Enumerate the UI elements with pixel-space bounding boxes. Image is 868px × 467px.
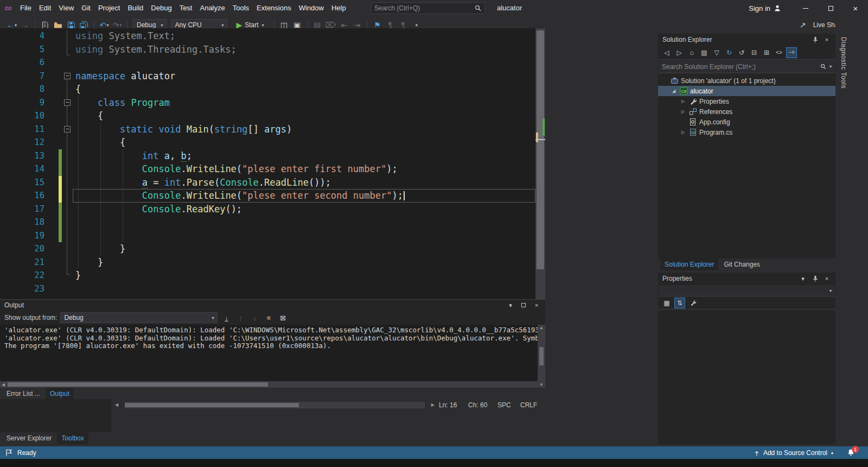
editor-scrollbar[interactable] [535, 28, 545, 299]
code-line-13[interactable]: 13 int a, b; [0, 149, 535, 163]
sync-with-active-document-icon[interactable]: ↻ [724, 47, 735, 58]
code-line-15[interactable]: 15 a = int.Parse(Console.ReadLine()); [0, 176, 535, 190]
categorized-icon[interactable]: ▦ [661, 298, 672, 308]
forward-icon[interactable]: ▷ [674, 47, 685, 58]
preview-selected-items-icon[interactable]: −= [786, 47, 797, 58]
tab-toolbox[interactable]: Toolbox [57, 432, 88, 444]
menu-edit[interactable]: Edit [35, 0, 55, 16]
menu-tools[interactable]: Tools [229, 0, 253, 16]
chevron-down-icon[interactable]: ▾ [829, 64, 832, 69]
menu-test[interactable]: Test [176, 0, 196, 16]
pin-icon[interactable] [810, 274, 819, 283]
output-vertical-scrollbar[interactable]: ▲ ▼ [538, 325, 545, 388]
scrollbar-thumb[interactable] [8, 382, 268, 387]
back-icon[interactable]: ◁ [661, 47, 672, 58]
pin-icon[interactable] [810, 35, 819, 44]
fold-collapse-icon[interactable]: − [62, 123, 73, 136]
menu-analyze[interactable]: Analyze [196, 0, 228, 16]
tab-git-changes[interactable]: Git Changes [719, 258, 764, 270]
home-icon[interactable]: ⌂ [686, 47, 697, 58]
next-message-icon[interactable]: ↓ [249, 313, 260, 323]
output-source-dropdown[interactable]: Debug ▾ [60, 312, 218, 323]
editor-horizontal-scrollbar[interactable] [125, 402, 425, 408]
property-pages-icon[interactable] [687, 298, 698, 308]
solution-explorer-header[interactable]: Solution Explorer × [658, 34, 835, 46]
code-line-9[interactable]: 9− class Program [0, 96, 535, 110]
code-line-14[interactable]: 14 Console.WriteLine("plese enter first … [0, 162, 535, 176]
menu-window[interactable]: Window [295, 0, 328, 16]
quick-search[interactable] [371, 2, 486, 14]
maximize-button[interactable] [818, 0, 843, 16]
tab-output[interactable]: Output [46, 388, 74, 400]
tab-error-list[interactable]: Error List ... [2, 388, 44, 400]
fold-collapse-icon[interactable]: − [62, 70, 73, 83]
switch-views-icon[interactable]: ▤ [699, 47, 710, 58]
menu-help[interactable]: Help [328, 0, 350, 16]
alphabetical-icon[interactable]: ⇅ [674, 298, 685, 308]
code-line-10[interactable]: 10 { [0, 109, 535, 123]
menu-file[interactable]: File [16, 0, 35, 16]
show-all-files-icon[interactable]: ⊞ [761, 47, 772, 58]
float-window-icon[interactable] [519, 301, 528, 310]
go-to-message-icon[interactable]: ↓ [221, 313, 232, 323]
code-line-19[interactable]: 19 [0, 229, 535, 243]
fold-collapse-icon[interactable]: − [62, 96, 73, 110]
tab-server-explorer[interactable]: Server Explorer [2, 432, 56, 444]
sign-in-button[interactable]: Sign in [749, 4, 781, 12]
close-icon[interactable]: × [822, 35, 831, 44]
line-indicator[interactable]: Ln: 16 [439, 401, 464, 409]
minimize-button[interactable] [793, 0, 818, 16]
notifications-button[interactable]: 1 [845, 447, 856, 458]
code-line-22[interactable]: 22} [0, 269, 535, 282]
tree-item-references[interactable]: ▷References [658, 106, 835, 117]
tree-collapsed-arrow-icon[interactable]: ▷ [680, 99, 686, 104]
pending-changes-filter-icon[interactable]: ▽ [711, 47, 722, 58]
close-button[interactable]: × [843, 0, 868, 16]
menu-extensions[interactable]: Extensions [253, 0, 295, 16]
indentation-indicator[interactable]: SPC [497, 401, 516, 409]
menu-project[interactable]: Project [94, 0, 124, 16]
clear-all-icon[interactable]: ⊠ [277, 313, 288, 323]
solution-explorer-search-input[interactable] [662, 63, 818, 71]
tree-collapsed-arrow-icon[interactable]: ▷ [680, 109, 686, 114]
code-line-17[interactable]: 17 Console.ReadKey(); [0, 203, 535, 216]
close-icon[interactable]: × [822, 274, 831, 283]
code-editor[interactable]: 4using System.Text;5using System.Threadi… [0, 28, 545, 299]
tree-item-program-cs[interactable]: ▷C#Program.cs [658, 127, 835, 137]
menu-view[interactable]: View [55, 0, 78, 16]
line-ending-indicator[interactable]: CRLF [520, 401, 541, 409]
view-code-icon[interactable]: <> [774, 47, 784, 58]
code-line-18[interactable]: 18 [0, 216, 535, 229]
word-wrap-icon[interactable]: ≡ [263, 313, 274, 323]
collapse-all-icon[interactable]: ⊟ [749, 47, 760, 58]
properties-object-dropdown[interactable]: ▾ [659, 285, 835, 296]
output-header[interactable]: Output ▾ × [0, 300, 545, 311]
scroll-down-arrow-icon[interactable]: ▼ [539, 382, 544, 387]
menu-debug[interactable]: Debug [147, 0, 175, 16]
menu-build[interactable]: Build [124, 0, 147, 16]
scrollbar-thumb[interactable] [537, 30, 544, 269]
chevron-down-icon[interactable]: ▾ [799, 274, 807, 283]
tree-expanded-arrow-icon[interactable]: ◢ [671, 89, 677, 93]
properties-header[interactable]: Properties ▾ × [658, 273, 835, 285]
refresh-icon[interactable]: ↺ [736, 47, 747, 58]
code-line-23[interactable]: 23 [0, 282, 535, 296]
code-line-20[interactable]: 20 } [0, 242, 535, 256]
tab-diagnostic-tools[interactable]: Diagnostic Tools [840, 37, 847, 89]
add-to-source-control-button[interactable]: Add to Source Control ▴ [754, 449, 833, 457]
code-line-11[interactable]: 11− static void Main(string[] args) [0, 123, 535, 136]
previous-message-icon[interactable]: ↑ [235, 313, 246, 323]
scrollbar-thumb[interactable] [125, 403, 299, 407]
scroll-up-arrow-icon[interactable]: ▲ [539, 325, 544, 330]
tree-item-app-config[interactable]: App.config [658, 117, 835, 127]
code-line-16[interactable]: 16 Console.WriteLine("plese enter second… [0, 189, 535, 203]
tree-item-properties[interactable]: ▷Properties [658, 96, 835, 106]
solution-explorer-search[interactable]: ▾ [659, 60, 835, 73]
chevron-down-icon[interactable]: ▾ [506, 301, 515, 310]
code-line-21[interactable]: 21 } [0, 256, 535, 269]
output-console[interactable]: 'alucator.exe' (CLR v4.0.30319: DefaultD… [0, 325, 545, 381]
column-indicator[interactable]: Ch: 60 [468, 401, 493, 409]
code-line-7[interactable]: 7−namespace alucator [0, 70, 535, 83]
menu-git[interactable]: Git [78, 0, 94, 16]
tab-solution-explorer[interactable]: Solution Explorer [660, 258, 718, 270]
